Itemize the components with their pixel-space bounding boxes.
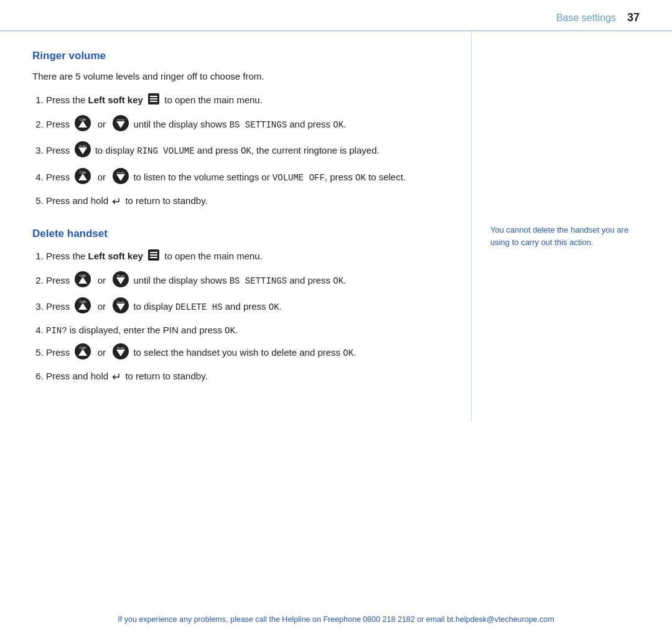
volume-off-mono: VOLUME OFF xyxy=(273,173,325,183)
del-step6-text: Press and hold xyxy=(46,371,111,381)
delete-handset-section: Delete handset Press the Left soft key xyxy=(32,228,452,386)
ringer-step-1: Press the Left soft key to open the main… xyxy=(46,93,452,109)
ok-mono: OK xyxy=(333,120,343,130)
del-step5-text: to select the handset you wish to delete… xyxy=(133,347,356,358)
end-icon-d6: ↵ xyxy=(112,369,121,386)
step4-or: or xyxy=(98,172,106,182)
ringer-step-3: Press Redial to display RING VOLUME and … xyxy=(46,141,452,162)
step1-text2: to open the main menu. xyxy=(164,95,263,105)
del-step6-text2: to return to standby. xyxy=(125,371,207,381)
step2-press: Press xyxy=(46,119,73,129)
del-step2-or: or xyxy=(98,275,106,285)
step4-press: Press xyxy=(46,172,73,182)
step2-text: until the display shows BS SETTINGS and … xyxy=(133,119,346,129)
bs-settings-mono: BS SETTINGS xyxy=(230,120,287,130)
svg-text:Calls: Calls xyxy=(79,346,86,350)
main-column: Ringer volume There are 5 volume levels … xyxy=(32,31,472,422)
ok-mono-d4: OK xyxy=(225,326,235,336)
svg-text:Redial: Redial xyxy=(118,300,124,304)
delete-handset-steps: Press the Left soft key to open the main… xyxy=(32,249,452,386)
delete-hs-mono: DELETE HS xyxy=(175,302,223,312)
down-arrow-icon-2: Redial xyxy=(74,141,91,162)
step3-press: Press xyxy=(46,145,73,155)
step1-left-soft-key: Left soft key xyxy=(88,95,143,105)
up-arrow-icon-d2: Calls xyxy=(74,271,91,292)
svg-rect-3 xyxy=(150,101,157,102)
end-icon: ↵ xyxy=(112,193,121,210)
up-arrow-icon-d3: Calls xyxy=(74,297,91,318)
ring-volume-mono: RING VOLUME xyxy=(137,146,194,156)
svg-rect-2 xyxy=(150,98,157,100)
ringer-step-4: Press Calls or Redia xyxy=(46,167,452,189)
del-step2-press: Press xyxy=(46,275,73,285)
del-step1-text1: Press the xyxy=(46,251,88,261)
del-step3-text: to display DELETE HS and press OK. xyxy=(133,301,281,312)
ringer-volume-title: Ringer volume xyxy=(32,50,452,62)
del-step2-text: until the display shows BS SETTINGS and … xyxy=(133,275,346,285)
svg-rect-21 xyxy=(150,254,157,256)
ok-mono-d3: OK xyxy=(269,302,279,312)
bs-settings-mono-d2: BS SETTINGS xyxy=(230,276,287,286)
svg-text:Redial: Redial xyxy=(118,346,124,350)
down-arrow-icon-d2: Redial xyxy=(112,271,129,292)
content-area: Ringer volume There are 5 volume levels … xyxy=(0,31,672,422)
del-step3-or: or xyxy=(98,301,106,312)
svg-rect-22 xyxy=(150,257,157,258)
ringer-volume-intro: There are 5 volume levels and ringer off… xyxy=(32,71,452,81)
ok-mono-3: OK xyxy=(241,146,251,156)
menu-icon-del xyxy=(147,249,160,266)
ringer-volume-section: Ringer volume There are 5 volume levels … xyxy=(32,50,452,210)
del-step3-press: Press xyxy=(46,301,73,312)
pin-mono: PIN? xyxy=(46,326,67,336)
del-step4-text: is displayed, enter the PIN and press xyxy=(70,325,222,335)
page: Base settings 37 Ringer volume There are… xyxy=(0,0,672,635)
header-title: Base settings xyxy=(556,12,616,24)
del-step1-left-soft-key: Left soft key xyxy=(88,251,143,261)
delete-step-5: Press Calls or Redia xyxy=(46,343,452,364)
up-arrow-icon-d5: Calls xyxy=(74,343,91,364)
step5-text2: to return to standby. xyxy=(125,195,207,206)
step1-text1: Press the xyxy=(46,95,88,105)
svg-text:Calls: Calls xyxy=(79,300,86,304)
step5-text: Press and hold xyxy=(46,195,111,206)
page-header: Base settings 37 xyxy=(0,0,672,31)
delete-handset-title: Delete handset xyxy=(32,228,452,240)
step4-text: to listen to the volume settings or VOLU… xyxy=(133,172,406,182)
svg-text:Calls: Calls xyxy=(79,274,86,277)
down-arrow-icon: Redial xyxy=(112,114,129,136)
del-step4-dot: . xyxy=(235,325,238,335)
footer: If you experience any problems, please c… xyxy=(32,615,640,624)
svg-text:Redial: Redial xyxy=(118,274,124,277)
svg-text:Redial: Redial xyxy=(118,171,124,174)
del-step1-text2: to open the main menu. xyxy=(164,251,263,261)
footer-text: If you experience any problems, please c… xyxy=(118,615,554,624)
ringer-step-2: Press Calls or xyxy=(46,114,452,136)
ringer-step-5: Press and hold ↵ to return to standby. xyxy=(46,193,452,210)
ok-mono-4: OK xyxy=(355,173,366,183)
svg-rect-20 xyxy=(150,252,157,253)
down-arrow-icon-4: Redial xyxy=(112,167,129,189)
side-note: You cannot delete the handset you are us… xyxy=(490,224,640,248)
delete-step-4: PIN? is displayed, enter the PIN and pre… xyxy=(46,323,452,338)
ringer-volume-steps: Press the Left soft key to open the main… xyxy=(32,93,452,210)
ok-mono-d5: OK xyxy=(343,348,353,358)
delete-step-2: Press Calls or Redia xyxy=(46,271,452,292)
side-column: You cannot delete the handset you are us… xyxy=(472,31,640,422)
svg-text:Calls: Calls xyxy=(79,170,86,174)
del-step5-or: or xyxy=(98,347,106,358)
down-arrow-icon-d3: Redial xyxy=(112,297,129,318)
up-arrow-icon: Calls xyxy=(74,114,91,136)
delete-step-6: Press and hold ↵ to return to standby. xyxy=(46,369,452,386)
down-arrow-icon-d5: Redial xyxy=(112,343,129,364)
step3-text: to display RING VOLUME and press OK, the… xyxy=(95,145,380,155)
ok-mono-d2: OK xyxy=(333,276,343,286)
delete-step-3: Press Calls or Redia xyxy=(46,297,452,318)
svg-rect-1 xyxy=(150,96,157,97)
svg-text:Redial: Redial xyxy=(79,144,86,147)
svg-text:Redial: Redial xyxy=(118,118,124,121)
step2-or: or xyxy=(98,119,106,129)
delete-step-1: Press the Left soft key to open the main… xyxy=(46,249,452,266)
svg-text:Calls: Calls xyxy=(79,118,86,121)
header-page-number: 37 xyxy=(627,11,640,24)
up-arrow-icon-4: Calls xyxy=(74,167,91,189)
